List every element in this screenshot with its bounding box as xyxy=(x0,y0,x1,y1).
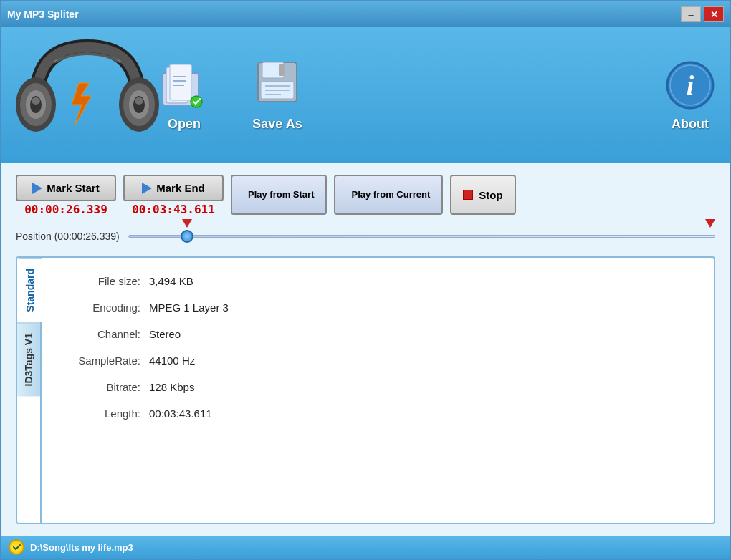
play-from-start-button[interactable]: Play from Start xyxy=(231,175,327,215)
play-from-current-button[interactable]: Play from Current xyxy=(334,175,443,215)
length-row: Length: 00:03:43.611 xyxy=(63,407,692,420)
play-from-start-inner: Play from Start xyxy=(244,189,314,201)
mark-end-time: 00:03:43.611 xyxy=(132,203,215,216)
status-icon xyxy=(9,539,24,555)
samplerate-key: SampleRate: xyxy=(63,354,149,367)
status-bar: D:\Song\Its my life.mp3 xyxy=(1,536,730,559)
filesize-key: File size: xyxy=(63,275,149,287)
open-toolbar-item[interactable]: Open xyxy=(159,59,209,132)
app-logo xyxy=(16,33,159,158)
mark-start-time: 00:00:26.339 xyxy=(24,203,108,216)
bitrate-val: 128 Kbps xyxy=(149,381,194,393)
marker-start-icon xyxy=(182,219,192,228)
controls-row: Mark Start 00:00:26.339 Mark End 00:03:4… xyxy=(16,175,715,216)
info-panel: Standard ID3Tags V1 File size: 3,494 KB … xyxy=(16,256,715,524)
close-button[interactable]: ✕ xyxy=(704,6,724,22)
slider-track xyxy=(128,235,715,238)
tab-standard[interactable]: Standard xyxy=(17,258,42,322)
marker-end-icon xyxy=(705,219,715,228)
saveas-label: Save As xyxy=(252,117,302,132)
length-key: Length: xyxy=(63,407,149,420)
samplerate-row: SampleRate: 44100 Hz xyxy=(63,354,692,367)
play-triangle-icon2 xyxy=(142,183,152,194)
position-label: Position (00:00:26.339) xyxy=(16,231,120,242)
saveas-icon xyxy=(252,59,302,112)
about-toolbar-item[interactable]: i About xyxy=(665,59,715,132)
play-from-start-label: Play from Start xyxy=(248,189,314,201)
open-label: Open xyxy=(168,117,201,132)
length-val: 00:03:43.611 xyxy=(149,407,212,420)
play-triangle-icon xyxy=(32,183,42,194)
saveas-toolbar-item[interactable]: Save As xyxy=(252,59,302,132)
svg-text:i: i xyxy=(687,70,694,100)
status-filepath: D:\Song\Its my life.mp3 xyxy=(30,542,133,553)
tab-sidebar: Standard ID3Tags V1 xyxy=(17,258,42,523)
window-controls: – ✕ xyxy=(681,6,724,22)
samplerate-val: 44100 Hz xyxy=(149,354,195,367)
mark-start-button[interactable]: Mark Start xyxy=(16,175,116,201)
main-content: Mark Start 00:00:26.339 Mark End 00:03:4… xyxy=(1,163,730,536)
svg-rect-12 xyxy=(170,64,191,100)
position-slider[interactable] xyxy=(128,228,715,245)
mark-start-label: Mark Start xyxy=(47,182,99,194)
mark-end-label: Mark End xyxy=(156,182,205,194)
play-from-current-inner: Play from Current xyxy=(347,189,430,201)
info-content: File size: 3,494 KB Encoding: MPEG 1 Lay… xyxy=(42,258,714,523)
encoding-row: Encoding: MPEG 1 Layer 3 xyxy=(63,301,692,314)
play-from-current-label: Play from Current xyxy=(351,189,430,201)
filesize-row: File size: 3,494 KB xyxy=(63,275,692,287)
main-window: My MP3 Spliter – ✕ xyxy=(0,0,731,560)
title-bar: My MP3 Spliter – ✕ xyxy=(1,1,730,27)
open-icon xyxy=(159,59,209,112)
header-toolbar: Open Save As xyxy=(159,59,715,132)
stop-button[interactable]: Stop xyxy=(450,175,515,215)
svg-point-9 xyxy=(135,97,143,105)
stop-label: Stop xyxy=(479,189,502,201)
slider-thumb[interactable] xyxy=(181,230,194,243)
filesize-val: 3,494 KB xyxy=(149,275,194,287)
minimize-button[interactable]: – xyxy=(681,6,701,22)
mark-end-button[interactable]: Mark End xyxy=(123,175,224,201)
mark-start-group: Mark Start 00:00:26.339 xyxy=(16,175,116,216)
channel-val: Stereo xyxy=(149,328,181,340)
about-icon: i xyxy=(665,59,715,112)
encoding-key: Encoding: xyxy=(63,301,149,314)
encoding-val: MPEG 1 Layer 3 xyxy=(149,301,229,314)
channel-row: Channel: Stereo xyxy=(63,328,692,340)
svg-point-16 xyxy=(191,96,202,107)
mark-end-group: Mark End 00:03:43.611 xyxy=(123,175,224,216)
tab-id3tags[interactable]: ID3Tags V1 xyxy=(17,322,40,396)
stop-icon xyxy=(463,190,473,200)
window-title: My MP3 Spliter xyxy=(7,9,681,20)
about-label: About xyxy=(672,117,709,132)
svg-point-8 xyxy=(32,97,40,105)
header-area: Open Save As xyxy=(1,27,730,163)
bitrate-key: Bitrate: xyxy=(63,381,149,393)
position-row: Position (00:00:26.339) xyxy=(16,225,715,248)
bitrate-row: Bitrate: 128 Kbps xyxy=(63,381,692,393)
channel-key: Channel: xyxy=(63,328,149,340)
svg-rect-19 xyxy=(280,64,284,76)
